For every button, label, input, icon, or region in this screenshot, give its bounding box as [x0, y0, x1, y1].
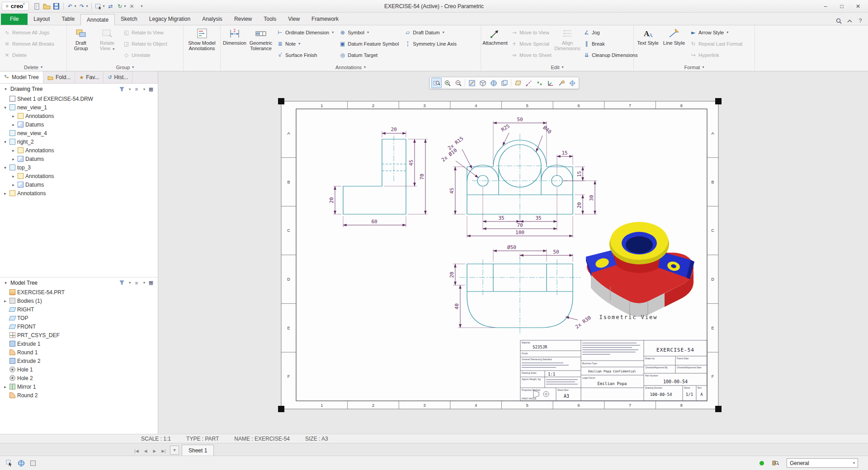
line-style-button[interactable]: Line Style — [661, 27, 687, 47]
tree-item-top-3[interactable]: ▾top_3 — [0, 163, 158, 172]
tab-folder-browser[interactable]: Fold... — [43, 71, 75, 83]
symbol-button[interactable]: ⊕Symbol▾ — [337, 27, 401, 38]
tree-item-new-view-4[interactable]: new_view_4 — [0, 129, 158, 137]
maximize-button[interactable]: □ — [834, 1, 850, 12]
tab-view[interactable]: View — [282, 14, 306, 25]
tree-item-annotations[interactable]: ▸Annotations — [0, 146, 158, 155]
arrow-style-button[interactable]: ►Arrow Style▾ — [688, 27, 745, 38]
expander-icon[interactable]: ▸ — [3, 385, 8, 389]
tree-list-icon[interactable]: ≡ — [133, 85, 140, 93]
note-button[interactable]: ≣Note▾ — [274, 38, 336, 49]
relate-to-object-button[interactable]: ◲Relate to Object — [121, 38, 170, 49]
regenerate-button[interactable]: ↻▾ — [116, 1, 127, 11]
close-model-button[interactable]: ✕ — [127, 1, 137, 11]
tab-sketch[interactable]: Sketch — [115, 14, 143, 25]
spin-center-button[interactable] — [567, 78, 577, 88]
remove-all-breaks-button[interactable]: ≋Remove All Breaks — [1, 38, 57, 49]
selection-filter-icon[interactable] — [5, 459, 14, 467]
tab-favorites[interactable]: ★Fav... — [75, 71, 104, 83]
move-to-sheet-button[interactable]: ⇒Move to Sheet — [509, 49, 554, 61]
show-model-annotations-button[interactable]: Show Model Annotations — [187, 27, 217, 52]
tree-item-annotations[interactable]: ▸Annotations — [0, 172, 158, 180]
zoom-in-button[interactable] — [442, 78, 453, 88]
tree-settings-icon[interactable]: ▦ — [147, 279, 155, 287]
zoom-out-button[interactable] — [453, 78, 463, 88]
tree-filter-icon[interactable] — [118, 85, 126, 93]
tree-item-mirror-1[interactable]: ▸Mirror 1 — [0, 382, 158, 391]
datum-display-points-button[interactable] — [534, 78, 545, 88]
align-dimensions-button[interactable]: Align Dimensions — [555, 27, 580, 52]
draft-group-button[interactable]: Draft Group — [68, 27, 94, 52]
tab-tools[interactable]: Tools — [258, 14, 282, 25]
expander-icon[interactable]: ▸ — [3, 299, 8, 303]
tab-table[interactable]: Table — [56, 14, 80, 25]
help-icon[interactable]: ? — [856, 17, 864, 25]
relate-view-button[interactable]: Relate View ▾ — [94, 27, 120, 52]
collapse-icon[interactable]: ▾ — [3, 281, 8, 285]
annotations-group-label[interactable]: Annotations▾ — [222, 63, 479, 71]
symmetry-line-axis-button[interactable]: ╎Symmetry Line Axis — [402, 38, 459, 49]
command-search-icon[interactable] — [835, 17, 843, 25]
attachment-button[interactable]: Attachment — [482, 27, 508, 47]
relate-to-view-button[interactable]: ◱Relate to View — [121, 27, 170, 38]
delete-button[interactable]: ✕Delete — [1, 49, 57, 61]
tree-settings-icon[interactable]: ▦ — [147, 85, 155, 93]
expander-icon[interactable]: ▸ — [11, 174, 16, 179]
move-special-button[interactable]: +Move Special — [509, 38, 554, 49]
expander-icon[interactable]: ▾ — [3, 140, 8, 144]
tree-item-extrude-2[interactable]: Extrude 2 — [0, 357, 158, 365]
surface-finish-button[interactable]: √Surface Finish — [274, 49, 336, 61]
swap-views-button[interactable]: ⇄ — [106, 1, 115, 11]
tree-item-top-plane[interactable]: TOP — [0, 314, 158, 322]
next-sheet-button[interactable]: ▶ — [150, 446, 159, 456]
tree-item-datums[interactable]: ▸Datums — [0, 180, 158, 189]
customize-qat-button[interactable]: ▾ — [137, 1, 146, 11]
zoom-box-button[interactable] — [431, 78, 442, 88]
tab-review[interactable]: Review — [228, 14, 258, 25]
previous-sheet-button[interactable]: ◀ — [141, 446, 150, 456]
delete-group-label[interactable]: Delete▾ — [1, 63, 65, 71]
datum-target-button[interactable]: ◎Datum Target — [337, 49, 401, 61]
tab-legacy-migration[interactable]: Legacy Migration — [143, 14, 196, 25]
minimize-ribbon-icon[interactable] — [845, 17, 854, 25]
first-sheet-button[interactable]: |◀ — [132, 446, 141, 456]
expander-icon[interactable]: ▸ — [11, 114, 16, 118]
datum-feature-symbol-button[interactable]: ▣Datum Feature Symbol — [337, 38, 401, 49]
tab-layout[interactable]: Layout — [28, 14, 56, 25]
graphics-area[interactable]: 1122334455667788AABBCCDDEEFF 20 70 45 20… — [158, 71, 868, 434]
tree-item-right-2[interactable]: ▾right_2 — [0, 137, 158, 146]
tree-item-bodies[interactable]: ▸Bodies (1) — [0, 296, 158, 305]
text-style-button[interactable]: AA Text Style — [635, 27, 660, 47]
draft-datum-button[interactable]: ▱Draft Datum▾ — [402, 27, 459, 38]
creo-logo[interactable]: ≡ creo° — [2, 2, 29, 10]
hyperlink-button[interactable]: ↪Hyperlink — [688, 49, 745, 61]
redo-button[interactable]: ↷▾ — [78, 1, 89, 11]
tree-item-hole-2[interactable]: Hole 2 — [0, 374, 158, 382]
view-manager-button[interactable] — [499, 78, 509, 88]
close-window-button[interactable]: ✕ — [850, 1, 866, 12]
display-style-button[interactable] — [477, 78, 488, 88]
expander-icon[interactable]: ▾ — [3, 105, 8, 110]
tree-item-annotations[interactable]: ▸Annotations — [0, 112, 158, 120]
datum-display-csys-button[interactable] — [545, 78, 556, 88]
new-file-button[interactable] — [33, 1, 42, 11]
tree-item-datums[interactable]: ▸Datums — [0, 120, 158, 129]
dimension-button[interactable]: 2 Dimension — [222, 27, 247, 47]
expander-icon[interactable]: ▸ — [11, 122, 16, 127]
datum-display-planes-button[interactable] — [513, 78, 523, 88]
cleanup-dimensions-button[interactable]: ⇊Cleanup Dimensions — [581, 49, 640, 61]
format-group-label[interactable]: Format▾ — [635, 63, 753, 71]
edit-group-label[interactable]: Edit▾ — [482, 63, 632, 71]
tree-item-sheet1[interactable]: Sheet 1 of EXERCISE-54.DRW — [0, 94, 158, 103]
selection-filter-combobox[interactable]: General ▾ — [787, 458, 858, 468]
datum-display-axes-button[interactable] — [524, 78, 534, 88]
tree-item-hole-1[interactable]: Hole 1 — [0, 365, 158, 374]
tree-item-extrude-1[interactable]: Extrude 1 — [0, 339, 158, 348]
unrelate-button[interactable]: ◇Unrelate — [121, 49, 170, 61]
sheet-tab-1[interactable]: Sheet 1 — [182, 445, 214, 456]
tab-annotate[interactable]: Annotate — [80, 14, 115, 25]
tab-analysis[interactable]: Analysis — [196, 14, 228, 25]
tree-item-new-view-1[interactable]: ▾new_view_1 — [0, 103, 158, 112]
add-sheet-button[interactable]: + — [170, 446, 179, 455]
tree-item-round-2[interactable]: Round 2 — [0, 391, 158, 400]
